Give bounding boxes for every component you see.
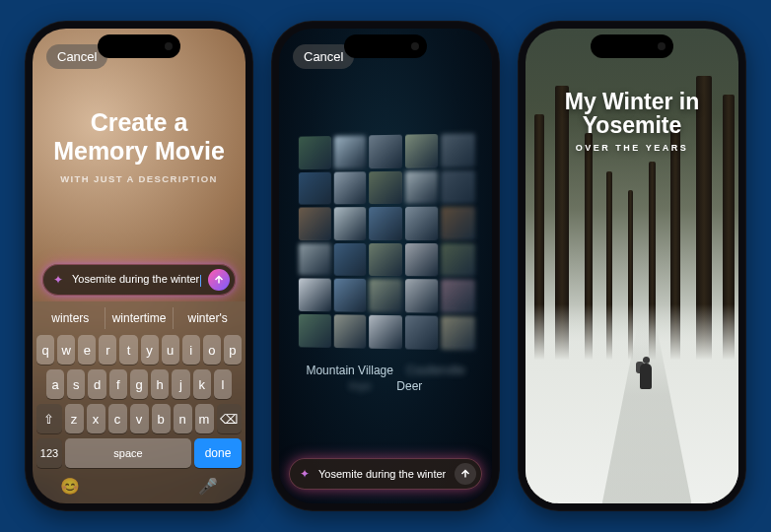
key-m[interactable]: m — [195, 404, 214, 433]
thumbnail — [299, 279, 331, 311]
thumbnail — [369, 315, 401, 349]
phone-mockup-1: Cancel Create a Memory Movie WITH JUST A… — [25, 21, 253, 511]
submit-button[interactable] — [208, 269, 230, 291]
space-key[interactable]: space — [65, 438, 191, 468]
thumbnail — [405, 243, 439, 277]
key-t[interactable]: t — [119, 335, 137, 365]
key-j[interactable]: j — [172, 369, 189, 399]
thumbnail — [405, 207, 439, 240]
thumbnail — [405, 315, 439, 349]
label-blurred: Coulterville — [406, 364, 464, 377]
thumbnail — [369, 135, 401, 168]
done-key[interactable]: done — [194, 438, 242, 468]
thumbnail — [333, 207, 366, 240]
thumbnail — [369, 243, 401, 277]
thumbnail — [299, 207, 331, 239]
arrow-up-icon — [213, 274, 225, 286]
screen-result[interactable]: My Winter in Yosemite OVER THE YEARS — [526, 29, 738, 503]
shift-key[interactable]: ⇧ — [36, 404, 62, 433]
keyboard[interactable]: winters wintertime winter's qwertyuiop a… — [33, 301, 245, 503]
prompt-input-pill[interactable]: Yosemite during the winter — [289, 458, 482, 490]
key-a[interactable]: a — [46, 369, 64, 399]
key-s[interactable]: s — [67, 369, 85, 399]
dynamic-island — [344, 34, 427, 58]
photo-grid — [299, 133, 475, 350]
thumbnail — [299, 136, 331, 169]
thumbnail — [369, 207, 401, 240]
thumbnail — [333, 314, 366, 348]
hiker-figure — [636, 350, 658, 389]
thumbnail — [442, 280, 475, 313]
key-l[interactable]: l — [214, 369, 232, 399]
thumbnail — [333, 279, 366, 312]
numbers-key[interactable]: 123 — [36, 438, 62, 468]
thumbnail — [405, 170, 439, 204]
thumbnail — [369, 170, 401, 204]
phone-mockup-2: Cancel Mountain Village Coulterville Iny… — [271, 21, 500, 511]
suggestion[interactable]: wintertime — [105, 307, 174, 329]
prompt-input[interactable]: Yosemite during the winter — [313, 468, 455, 480]
page-title: Create a Memory Movie — [53, 108, 225, 166]
thumbnail — [299, 171, 331, 204]
thumbnail — [405, 134, 439, 167]
key-y[interactable]: y — [141, 335, 159, 365]
key-n[interactable]: n — [174, 404, 192, 433]
thumbnail — [299, 243, 331, 276]
thumbnail — [442, 169, 475, 203]
submit-button[interactable] — [455, 463, 476, 485]
backspace-key[interactable]: ⌫ — [217, 404, 243, 433]
label-blurred: Inyo — [349, 378, 372, 395]
generated-labels: Mountain Village Coulterville Inyo Deer — [306, 363, 464, 396]
thumbnail — [442, 316, 475, 351]
screen-generating: Cancel Mountain Village Coulterville Iny… — [279, 29, 492, 503]
thumbnail — [442, 207, 475, 240]
memory-subtitle: OVER THE YEARS — [526, 143, 738, 153]
thumbnail — [442, 133, 475, 167]
key-b[interactable]: b — [152, 404, 171, 433]
prompt-input[interactable]: Yosemite during the winter — [66, 273, 208, 286]
key-q[interactable]: q — [36, 335, 54, 365]
thumbnail — [299, 314, 331, 348]
key-c[interactable]: c — [108, 404, 127, 433]
page-subtitle: WITH JUST A DESCRIPTION — [60, 173, 218, 184]
key-i[interactable]: i — [182, 335, 200, 365]
key-r[interactable]: r — [99, 335, 116, 365]
key-f[interactable]: f — [109, 369, 127, 399]
thumbnail — [369, 279, 401, 312]
suggestion[interactable]: winter's — [173, 307, 242, 329]
sparkle-icon — [50, 272, 66, 288]
thumbnail — [442, 243, 475, 277]
key-k[interactable]: k — [193, 369, 211, 399]
memory-title: My Winter in Yosemite — [526, 90, 738, 137]
key-z[interactable]: z — [65, 404, 84, 433]
sparkle-icon — [297, 466, 313, 482]
key-d[interactable]: d — [88, 369, 105, 399]
key-p[interactable]: p — [224, 335, 242, 365]
label: Mountain Village — [306, 364, 393, 377]
keyboard-suggestions[interactable]: winters wintertime winter's — [36, 307, 242, 329]
thumbnail — [333, 171, 366, 205]
key-e[interactable]: e — [78, 335, 96, 365]
emoji-key[interactable]: 😊 — [60, 477, 80, 496]
label: Deer — [396, 378, 422, 395]
screen-create-memory: Cancel Create a Memory Movie WITH JUST A… — [33, 29, 245, 503]
thumbnail — [333, 243, 366, 277]
thumbnail — [333, 135, 366, 168]
key-v[interactable]: v — [130, 404, 149, 433]
arrow-up-icon — [459, 468, 471, 480]
dynamic-island — [591, 34, 673, 58]
suggestion[interactable]: winters — [36, 307, 105, 329]
key-o[interactable]: o — [203, 335, 221, 365]
key-u[interactable]: u — [162, 335, 179, 365]
phone-mockup-3: My Winter in Yosemite OVER THE YEARS — [518, 21, 746, 511]
dynamic-island — [98, 34, 180, 58]
key-h[interactable]: h — [151, 369, 169, 399]
key-g[interactable]: g — [130, 369, 148, 399]
prompt-input-pill[interactable]: Yosemite during the winter — [42, 264, 236, 296]
thumbnail — [405, 279, 439, 312]
dictation-key[interactable]: 🎤 — [198, 477, 218, 496]
key-x[interactable]: x — [87, 404, 105, 433]
key-w[interactable]: w — [57, 335, 75, 365]
